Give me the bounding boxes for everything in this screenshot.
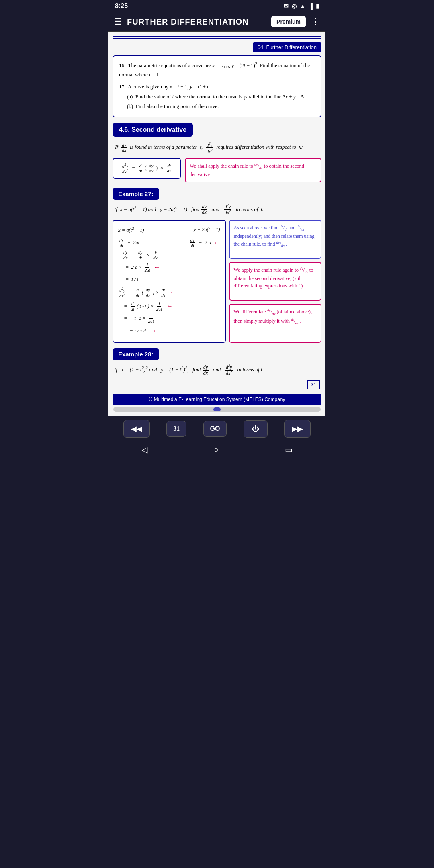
go-button[interactable]: GO bbox=[203, 421, 227, 437]
example27-text: If x = a(t2 − 1) and y = 2a(t + 1) find … bbox=[113, 204, 321, 216]
problems-box: 16. The parametric equations of a curve … bbox=[113, 55, 321, 117]
callout-1: As seen above, we find dx/dt and dy/dt i… bbox=[229, 220, 321, 259]
status-icons: ✉ ◎ ▲ ▐ ▮ bbox=[284, 3, 319, 9]
section-badge: 04. Further Differentiation bbox=[253, 42, 321, 52]
work-y-def: y = 2a(t + 1) bbox=[194, 225, 220, 235]
app-header: ☰ FURTHER DIFFERENTIATION Premium ⋮ bbox=[108, 12, 326, 32]
section-badge-row: 04. Further Differentiation bbox=[113, 42, 321, 52]
back-button[interactable]: ◀◀ bbox=[123, 420, 150, 438]
status-time: 8:25 bbox=[115, 2, 128, 10]
work-dydt: dydt = 2a ← bbox=[189, 236, 220, 249]
email-icon: ✉ bbox=[284, 3, 289, 9]
scrollbar[interactable] bbox=[113, 407, 321, 412]
example28-heading: Example 28: bbox=[113, 348, 159, 360]
page-num-row: 31 bbox=[113, 380, 321, 389]
footer-copyright: © Multimedia E-Learning Education System… bbox=[113, 394, 321, 405]
working-box: x = a(t2 − 1) y = 2a(t + 1) dxdt = 2at d… bbox=[113, 220, 226, 343]
intro-paragraph: If dydx is found in terms of a parameter… bbox=[113, 141, 321, 154]
wifi-icon: ▲ bbox=[300, 3, 305, 9]
power-button[interactable]: ⏻ bbox=[244, 420, 268, 438]
main-formula-box: d2ydx2 = ddt ( dydx ) × dtdx bbox=[113, 158, 181, 179]
menu-icon[interactable]: ☰ bbox=[114, 16, 122, 27]
example27-heading: Example 27: bbox=[113, 188, 159, 200]
premium-button[interactable]: Premium bbox=[271, 16, 306, 27]
android-recents-icon[interactable]: ▭ bbox=[285, 445, 293, 454]
header-title: FURTHER DIFFERENTIATION bbox=[127, 17, 266, 27]
problem-17a: (a) Find the value of t where the normal… bbox=[119, 93, 315, 101]
working-area: x = a(t2 − 1) y = 2a(t + 1) dxdt = 2at d… bbox=[113, 220, 321, 343]
second-derivative-heading: 4.6. Second derivative bbox=[113, 123, 321, 141]
example27-heading-row: Example 27: bbox=[113, 188, 321, 204]
section-heading-label: 4.6. Second derivative bbox=[113, 123, 193, 137]
formula-row: d2ydx2 = ddt ( dydx ) × dtdx We shall ap… bbox=[113, 158, 321, 182]
problem-17: 17. A curve is given by x = t − 1, y = t… bbox=[119, 82, 315, 91]
battery-icon: ▮ bbox=[316, 3, 319, 9]
example28-text: If x = (1 + t2)2 and y = (1 − t2)2, find… bbox=[113, 364, 321, 376]
bottom-nav: ◀◀ 31 GO ⏻ ▶▶ bbox=[108, 416, 326, 442]
callouts-column: As seen above, we find dx/dt and dy/dt i… bbox=[229, 220, 321, 343]
android-nav-bar: ◁ ○ ▭ bbox=[108, 442, 326, 459]
android-home-icon[interactable]: ○ bbox=[214, 445, 219, 454]
divider-thin bbox=[113, 393, 321, 393]
work-x-def: x = a(t2 − 1) bbox=[118, 225, 144, 235]
callout-3: We differentiate dy/dx (obtained above),… bbox=[229, 304, 321, 343]
page-number: 31 bbox=[307, 380, 320, 389]
problem-16: 16. The parametric equations of a curve … bbox=[119, 60, 315, 79]
status-bar: 8:25 ✉ ◎ ▲ ▐ ▮ bbox=[108, 0, 326, 12]
callout-2: We apply the chain rule again to dy/dx t… bbox=[229, 262, 321, 301]
scrollbar-thumb[interactable] bbox=[213, 407, 221, 411]
top-lines bbox=[113, 36, 321, 39]
work-dxdt: dxdt = 2at bbox=[118, 237, 139, 248]
signal-icon: ▐ bbox=[309, 3, 313, 9]
forward-button[interactable]: ▶▶ bbox=[284, 420, 311, 438]
callout-chain-rule: We shall apply the chain rule to dy/dx t… bbox=[185, 158, 321, 182]
more-icon[interactable]: ⋮ bbox=[311, 16, 320, 27]
android-back-icon[interactable]: ◁ bbox=[141, 445, 147, 454]
divider-thick bbox=[113, 391, 321, 391]
page-display: 31 bbox=[166, 421, 186, 437]
example28-heading-row: Example 28: bbox=[113, 348, 321, 364]
problem-17b: (b) Find also the turning point of the c… bbox=[119, 102, 315, 111]
circle-icon: ◎ bbox=[292, 3, 297, 9]
main-content: 04. Further Differentiation 16. The para… bbox=[108, 32, 326, 416]
